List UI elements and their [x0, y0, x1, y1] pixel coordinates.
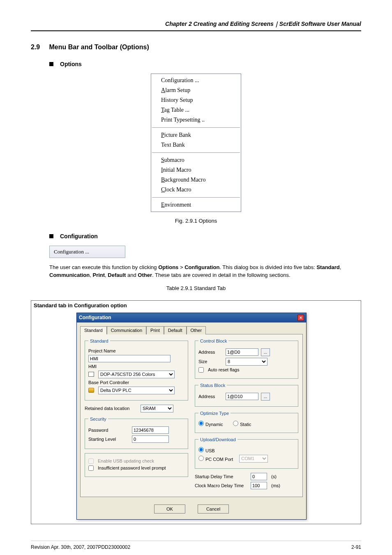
clock-delay-input[interactable]	[251, 482, 267, 489]
legend-optimize-type: Optimize Type	[198, 411, 231, 416]
fieldset-upload-download: Upload/Download USB PC COM Port COM1	[195, 437, 298, 469]
options-dropdown-menu: Configuration ... Alarm Setup History Se…	[151, 74, 241, 212]
retained-data-select[interactable]: SRAM	[141, 405, 173, 412]
square-bullet-icon	[49, 234, 53, 238]
ok-button[interactable]: OK	[154, 504, 185, 514]
table-header-cell: Standard tab in Configuration option	[31, 301, 361, 310]
fieldset-usb-checks: Enable USB updating check Insufficient p…	[85, 453, 188, 477]
menu-item-background-macro[interactable]: Background Macro	[151, 175, 241, 185]
menu-item-print-typesetting[interactable]: Print Typesetting ..	[151, 115, 241, 125]
pc-com-radio[interactable]	[198, 456, 204, 461]
usb-radio[interactable]	[198, 447, 204, 452]
project-name-input[interactable]	[88, 355, 171, 362]
status-address-browse-button[interactable]: ...	[261, 393, 270, 401]
clock-unit: (ms)	[271, 483, 280, 488]
ctrl-size-select[interactable]: 8	[226, 358, 267, 366]
enable-usb-checkbox	[88, 458, 94, 464]
password-input[interactable]	[132, 426, 169, 434]
para-bold: Communication	[49, 272, 90, 278]
para-bold: Other	[138, 272, 152, 278]
menu-separator	[152, 152, 240, 153]
menu-item-environment[interactable]: Environment	[151, 200, 241, 210]
footer-page-number: 2-91	[351, 544, 361, 550]
pc-com-label: PC COM Port	[205, 457, 233, 462]
fieldset-security: Security Password Starting Level	[85, 417, 188, 449]
para-text: and	[126, 272, 138, 278]
menu-item-clock-macro[interactable]: Clock Macro	[151, 185, 241, 195]
section-number: 2.9	[31, 44, 40, 51]
status-address-label: Address	[198, 394, 223, 399]
dynamic-radio[interactable]	[198, 421, 204, 426]
auto-reset-checkbox[interactable]	[198, 367, 204, 373]
legend-upload-download: Upload/Download	[198, 437, 238, 442]
square-bullet-icon	[49, 62, 53, 66]
startup-delay-label: Startup Delay Time	[195, 474, 248, 479]
ctrl-address-input[interactable]	[226, 348, 258, 356]
auto-reset-label: Auto reset flags	[208, 367, 239, 372]
com-port-select: COM1	[239, 455, 268, 463]
fieldset-standard: Standard Project Name HMI DOP-A75CSTD 25…	[85, 339, 188, 401]
tab-standard[interactable]: Standard	[80, 326, 107, 334]
menu-item-configuration[interactable]: Configuration ...	[151, 76, 241, 85]
configuration-menu-screenshot: Configuration ...	[49, 246, 125, 258]
menu-separator	[152, 127, 240, 128]
status-address-input[interactable]	[226, 393, 258, 400]
enable-usb-label: Enable USB updating check	[98, 458, 154, 463]
cancel-button[interactable]: Cancel	[198, 504, 229, 514]
legend-status-block: Status Block	[198, 383, 227, 388]
menu-item-tag-table[interactable]: Tag Table ...	[151, 105, 241, 115]
para-bold: Configuration	[184, 264, 219, 270]
project-name-label: Project Name	[88, 348, 129, 353]
para-text: . These tabs are covered in detail in th…	[152, 272, 291, 278]
tab-default[interactable]: Default	[164, 326, 187, 334]
configuration-dialog: Configuration × Standard Communication P…	[76, 313, 307, 520]
fieldset-optimize-type: Optimize Type Dynamic Static	[195, 411, 298, 433]
menu-item-text-bank[interactable]: Text Bank	[151, 140, 241, 150]
menu-separator	[152, 197, 240, 198]
para-bold: Print	[92, 272, 105, 278]
menu-item-submacro[interactable]: Submacro	[151, 155, 241, 165]
bullet-configuration: Configuration	[49, 233, 361, 240]
usb-option[interactable]: USB	[198, 447, 215, 453]
page-footer: Revision Apr. 30th, 2007, 2007PDD2300000…	[31, 541, 361, 550]
para-text: ,	[340, 264, 341, 270]
static-radio[interactable]	[233, 421, 238, 426]
section-heading: 2.9 Menu Bar and Toolbar (Options)	[31, 44, 361, 51]
dialog-title-text: Configuration	[79, 315, 111, 320]
menu-item-alarm-setup[interactable]: Alarm Setup	[151, 85, 241, 95]
insufficient-password-checkbox[interactable]	[88, 465, 94, 471]
static-label: Static	[240, 422, 251, 427]
footer-revision: Revision Apr. 30th, 2007, 2007PDD2300000…	[31, 544, 130, 550]
legend-security: Security	[88, 417, 108, 421]
bullet-options: Options	[49, 61, 361, 67]
insufficient-password-label: Insufficient password level prompt	[98, 465, 166, 470]
bullet-options-label: Options	[60, 61, 82, 67]
para-text: . This dialog box is divided into five t…	[219, 264, 316, 270]
menu-item-picture-bank[interactable]: Picture Bank	[151, 130, 241, 140]
standard-tab-table: Standard tab in Configuration option Con…	[31, 300, 361, 524]
pc-com-option[interactable]: PC COM Port	[198, 456, 233, 462]
base-port-controller-label: Base Port Controller	[88, 380, 142, 385]
startup-delay-input[interactable]	[251, 473, 267, 480]
para-text: >	[178, 264, 184, 270]
fieldset-control-block: Control Block Address... Size8 Auto rese…	[195, 339, 298, 379]
tab-communication[interactable]: Communication	[107, 326, 146, 334]
hmi-select[interactable]: DOP-A75CSTD 256 Colors	[98, 371, 175, 378]
starting-level-input[interactable]	[132, 435, 169, 443]
close-button[interactable]: ×	[297, 315, 304, 321]
bullet-configuration-label: Configuration	[60, 233, 98, 240]
tab-content-standard: Standard Project Name HMI DOP-A75CSTD 25…	[80, 334, 303, 497]
password-label: Password	[88, 428, 129, 433]
tab-print[interactable]: Print	[146, 326, 164, 334]
ctrl-address-label: Address	[198, 350, 223, 355]
base-port-controller-select[interactable]: Delta DVP PLC	[98, 387, 175, 394]
menu-item-history-setup[interactable]: History Setup	[151, 95, 241, 105]
optimize-dynamic-option[interactable]: Dynamic	[198, 421, 223, 427]
ctrl-address-browse-button[interactable]: ...	[261, 348, 270, 356]
hmi-label: HMI	[88, 364, 129, 369]
retained-data-label: Retained data location	[85, 406, 138, 411]
tab-other[interactable]: Other	[187, 326, 206, 334]
menu-item-initial-macro[interactable]: Initial Macro	[151, 165, 241, 175]
optimize-static-option[interactable]: Static	[233, 421, 251, 427]
controller-icon	[88, 388, 94, 393]
